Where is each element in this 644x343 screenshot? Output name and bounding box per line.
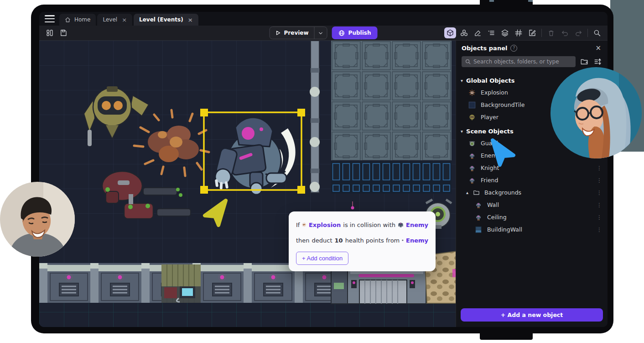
publish-label: Publish [348, 30, 371, 36]
ceiling-tiles [331, 41, 452, 194]
bluetile-sprite-icon [474, 226, 483, 234]
preview-button[interactable]: Preview [270, 30, 314, 36]
tab-close-icon[interactable]: × [188, 16, 193, 23]
selection-handle[interactable] [297, 109, 305, 116]
search-icon [593, 29, 601, 37]
object-item-wall[interactable]: Wall ⋮ [456, 199, 608, 211]
close-icon[interactable]: × [593, 43, 603, 53]
panel-title: Objects panel [462, 45, 507, 52]
garage-inset [161, 264, 201, 303]
object-label: BuildingWall [487, 226, 522, 233]
tab-level-events[interactable]: Level (Events) × [134, 14, 198, 26]
item-menu-button[interactable]: ⋮ [597, 214, 602, 221]
add-condition-button[interactable]: + Add condition [296, 252, 348, 265]
layout-columns-icon [46, 29, 54, 37]
item-menu-button[interactable]: ⋮ [597, 165, 602, 171]
tab-bar: Home Level × Level (Events) × [39, 12, 608, 26]
item-menu-button[interactable]: ⋮ [597, 227, 602, 233]
toolbar-divider [541, 29, 542, 37]
enemy-mini-icon [398, 218, 404, 232]
layers-button[interactable] [499, 27, 511, 38]
event-object-link[interactable]: Enemy [406, 237, 428, 244]
robot-sprite-icon [474, 213, 483, 222]
object-item-ceiling[interactable]: Ceiling ⋮ [456, 211, 608, 223]
preview-dropdown-button[interactable] [314, 27, 327, 39]
section-label: Scene Objects [466, 128, 514, 135]
item-menu-button[interactable]: ⋮ [597, 190, 602, 196]
object-groups-button[interactable] [458, 27, 470, 38]
toolbar-right [443, 27, 604, 38]
marketing-stage: Home Level × Level (Events) × [0, 0, 644, 343]
scene-artwork [39, 41, 456, 327]
tab-level[interactable]: Level × [97, 14, 132, 26]
layout-columns-button[interactable] [44, 27, 56, 38]
event-action-text: health points from [345, 237, 400, 244]
event-card[interactable]: If Explosion is in collision with Enemy … [289, 211, 436, 271]
object-groups-icon [460, 29, 468, 37]
delete-button[interactable] [545, 27, 557, 38]
event-object-link[interactable]: Explosion [309, 222, 341, 228]
save-icon [59, 29, 68, 37]
tab-close-icon[interactable]: × [122, 16, 127, 23]
redo-button[interactable] [572, 27, 584, 38]
selection-handle[interactable] [297, 186, 305, 194]
event-object-link[interactable]: Enemy [406, 222, 428, 228]
search-button[interactable] [591, 27, 603, 38]
publish-button[interactable]: Publish [332, 26, 378, 39]
play-icon [275, 30, 281, 36]
main-content: If Explosion is in collision with Enemy … [39, 41, 608, 327]
folder-plus-icon [580, 58, 588, 66]
object-label: Explosion [481, 89, 508, 96]
selection-handle[interactable] [200, 109, 208, 116]
enemy-mini-icon [402, 233, 404, 247]
properties-button[interactable] [472, 27, 483, 38]
grid-button[interactable] [513, 27, 525, 38]
toolbar-left [43, 27, 70, 38]
blue-cursor-icon [489, 137, 517, 169]
object-label: Wall [487, 201, 499, 208]
robot-sprite-icon [468, 164, 476, 172]
edit-scene-button[interactable] [526, 27, 538, 38]
event-if-label: If [296, 222, 300, 228]
redo-icon [575, 29, 582, 37]
chevron-up-icon: ▴ [466, 190, 468, 195]
tile-sprite-icon [468, 101, 476, 109]
event-action-line: then deduct 10 health points from Enemy [296, 232, 428, 248]
grid-icon [514, 29, 523, 37]
help-icon[interactable]: ? [510, 45, 517, 52]
folder-label: Backgrounds [484, 189, 521, 196]
scene-canvas[interactable]: If Explosion is in collision with Enemy … [39, 41, 456, 327]
search-input[interactable] [462, 56, 576, 67]
instances-list-button[interactable] [485, 27, 497, 38]
object-item-buildingwall[interactable]: BuildingWall ⋮ [456, 223, 608, 236]
object-item-knight[interactable]: Knight ⋮ [456, 162, 608, 174]
object-item-friend[interactable]: Friend ⋮ [456, 174, 608, 186]
layers-icon [501, 29, 509, 37]
add-new-object-button[interactable]: + Add a new object [461, 308, 603, 322]
toolbar: Preview Publish [39, 26, 608, 41]
object-label: BackgroundTile [481, 101, 525, 108]
event-action-verb: deduct [312, 237, 332, 244]
robot-sprite-icon [468, 176, 476, 185]
save-button[interactable] [57, 27, 69, 38]
section-label: Global Objects [466, 77, 514, 84]
chevron-down-icon: ▾ [461, 78, 463, 83]
tab-home[interactable]: Home [59, 14, 96, 26]
instances-list-icon [487, 29, 495, 37]
item-menu-button[interactable]: ⋮ [597, 202, 602, 208]
undo-button[interactable] [559, 27, 571, 38]
objects-panel-button[interactable] [444, 27, 456, 38]
event-action-value: 10 [335, 237, 343, 244]
player-sprite-icon [468, 113, 476, 121]
home-icon [65, 17, 71, 23]
add-folder-button[interactable] [579, 57, 589, 67]
object-label: Friend [481, 177, 498, 184]
sort-icon [594, 58, 602, 66]
selection-handle[interactable] [200, 186, 208, 194]
folder-backgrounds[interactable]: ▴ Backgrounds ⋮ [456, 186, 608, 199]
search-icon [465, 58, 471, 65]
tab-label: Level (Events) [139, 16, 183, 23]
sort-objects-button[interactable] [593, 57, 603, 67]
main-menu-button[interactable] [45, 15, 55, 22]
item-menu-button[interactable]: ⋮ [597, 177, 602, 184]
